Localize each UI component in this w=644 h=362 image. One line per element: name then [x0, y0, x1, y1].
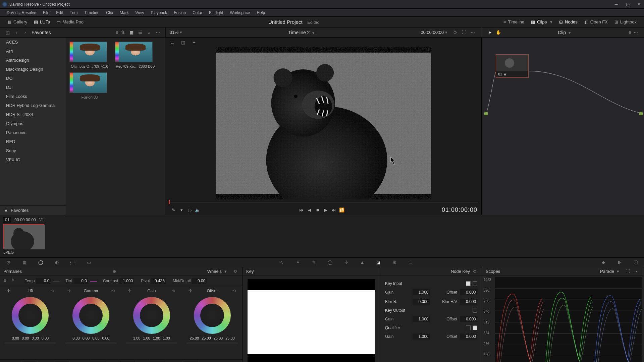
clip-thumbnail[interactable] — [3, 224, 44, 249]
highlight-icon[interactable]: ✦ — [190, 39, 198, 45]
offset-wheel[interactable] — [194, 297, 231, 334]
scopes-icon[interactable]: ⊪ — [615, 259, 624, 266]
menu-workspace[interactable]: Workspace — [227, 10, 254, 15]
tint-input[interactable] — [73, 278, 88, 284]
unmix-icon[interactable]: ◌ — [185, 206, 194, 213]
image-wipe-icon[interactable]: ▭ — [169, 39, 176, 45]
menu-davinci[interactable]: DaVinci Resolve — [3, 10, 40, 15]
lut-cat-vfxio[interactable]: VFX IO — [0, 155, 66, 164]
magic-icon[interactable]: ▲ — [358, 259, 367, 266]
reset-icon[interactable]: ⟲ — [233, 269, 239, 274]
node-input-dot[interactable] — [484, 112, 488, 115]
tracking-icon[interactable]: ✢ — [342, 259, 351, 266]
window-icon[interactable]: ◯ — [326, 259, 334, 266]
lut-cat-filmlooks[interactable]: Film Looks — [0, 92, 66, 101]
lut-cat-panasonic[interactable]: Panasonic — [0, 128, 66, 137]
sort-icon[interactable]: ⇅ — [118, 28, 127, 37]
step-back-icon[interactable]: ◀ — [306, 206, 314, 213]
lut-cat-dci[interactable]: DCI — [0, 74, 66, 83]
middetail-input[interactable] — [192, 278, 207, 284]
matte-icon[interactable] — [466, 281, 471, 286]
node-mode[interactable]: Clip — [558, 30, 566, 35]
wheels-mode[interactable]: Wheels — [207, 269, 222, 274]
menu-fusion[interactable]: Fusion — [170, 10, 189, 15]
gain-wheel[interactable] — [133, 297, 170, 334]
ki-gain[interactable] — [413, 289, 430, 295]
stop-icon[interactable]: ■ — [314, 206, 322, 213]
favorites-row[interactable]: ★ Favorites — [0, 205, 66, 215]
minimize-button[interactable]: ─ — [613, 2, 619, 7]
corrector-node[interactable]: 01 ≣ — [496, 54, 529, 78]
lift-wheel[interactable] — [11, 297, 49, 334]
timeline-toggle[interactable]: ≡Timeline — [500, 18, 528, 26]
plus-icon[interactable]: ✢ — [128, 289, 131, 293]
hand-icon[interactable]: ✋ — [494, 28, 503, 37]
luts-toggle[interactable]: ▤LUTs — [31, 18, 53, 26]
ki-blurhv[interactable] — [460, 299, 477, 305]
menu-mark[interactable]: Mark — [116, 10, 132, 15]
matte-icon[interactable] — [466, 325, 471, 330]
lut-cat-sony[interactable]: Sony — [0, 146, 66, 155]
menu-timeline[interactable]: Timeline — [81, 10, 103, 15]
list-view-icon[interactable]: ☰ — [136, 28, 145, 37]
curves-icon[interactable]: ∿ — [277, 259, 286, 266]
nav-back-icon[interactable]: ‹ — [12, 28, 21, 37]
colormatch-icon[interactable]: ▦ — [20, 259, 29, 266]
lut-cat-astrodesign[interactable]: Astrodesign — [0, 56, 66, 65]
invert-icon[interactable] — [473, 308, 477, 313]
lut-cat-bmd[interactable]: Blackmagic Design — [0, 65, 66, 74]
key-icon[interactable]: ◪ — [374, 259, 383, 266]
menu-view[interactable]: View — [132, 10, 148, 15]
chevron-down-icon[interactable]: ▾ — [617, 269, 623, 274]
lut-cat-aces[interactable]: ACES — [0, 38, 66, 47]
menu-trim[interactable]: Trim — [66, 10, 81, 15]
viewer-canvas[interactable] — [216, 47, 431, 199]
pointer-icon[interactable]: ➤ — [485, 28, 494, 37]
lut-card[interactable]: Olympus O…709_v1.0 — [69, 42, 110, 68]
plus-icon[interactable]: ✢ — [189, 289, 192, 293]
lut-cat-dji[interactable]: DJI — [0, 83, 66, 92]
close-window-button[interactable]: ✕ — [636, 2, 642, 7]
chevron-down-icon[interactable]: ▾ — [177, 206, 185, 213]
sizing-icon[interactable]: ⊕ — [390, 259, 399, 266]
reset-icon[interactable]: ⟲ — [51, 289, 54, 293]
lut-cat-arri[interactable]: Arri — [0, 47, 66, 56]
node-menu-icon[interactable]: ⋯ — [631, 28, 640, 37]
bypass-icon[interactable]: ⟳ — [451, 28, 460, 37]
gamma-wheel[interactable] — [72, 297, 110, 334]
scopes-mode[interactable]: Parade — [600, 269, 614, 274]
motion-icon[interactable]: ▭ — [85, 259, 93, 266]
chevron-down-icon[interactable]: ▾ — [569, 30, 571, 35]
awb-icon[interactable]: ✎ — [11, 278, 18, 284]
playhead[interactable] — [169, 200, 170, 204]
browser-menu-icon[interactable]: ⋯ — [153, 28, 162, 37]
play-icon[interactable]: ▶ — [322, 206, 330, 213]
menu-playback[interactable]: Playback — [147, 10, 170, 15]
plus-icon[interactable]: ✢ — [7, 289, 10, 293]
menu-edit[interactable]: Edit — [53, 10, 66, 15]
search-icon[interactable]: ⌕ — [145, 28, 153, 37]
audio-icon[interactable]: 🔈 — [194, 206, 202, 213]
grid-view-icon[interactable]: ▦ — [127, 28, 136, 37]
expand-icon[interactable]: ⛶ — [460, 28, 468, 37]
next-clip-icon[interactable]: ⏭ — [330, 206, 338, 213]
lut-card[interactable]: Rec709 Ko… 2383 D60 — [115, 42, 155, 68]
nodes-toggle[interactable]: ⊞Nodes — [556, 18, 581, 26]
lift-master[interactable] — [5, 342, 56, 344]
expand-icon[interactable]: ⛶ — [626, 269, 632, 274]
viewer-menu-icon[interactable]: ⋯ — [468, 28, 477, 37]
annotate-icon[interactable]: ✎ — [169, 206, 177, 213]
menu-file[interactable]: File — [40, 10, 53, 15]
menu-clip[interactable]: Clip — [103, 10, 116, 15]
q-gain[interactable] — [413, 334, 430, 340]
info-icon[interactable]: ⓘ — [631, 259, 640, 266]
warper-icon[interactable]: ✶ — [293, 259, 302, 266]
reset-icon[interactable]: ⟲ — [172, 289, 175, 293]
lightbox-toggle[interactable]: ⊞Lightbox — [611, 18, 640, 26]
lut-cat-red[interactable]: RED — [0, 137, 66, 146]
viewer-zoom[interactable]: 31% — [170, 30, 178, 35]
chevron-down-icon[interactable]: ▾ — [445, 30, 447, 35]
menu-fairlight[interactable]: Fairlight — [206, 10, 227, 15]
nav-forward-icon[interactable]: › — [21, 28, 30, 37]
hdr-icon[interactable]: ◐ — [52, 259, 61, 266]
